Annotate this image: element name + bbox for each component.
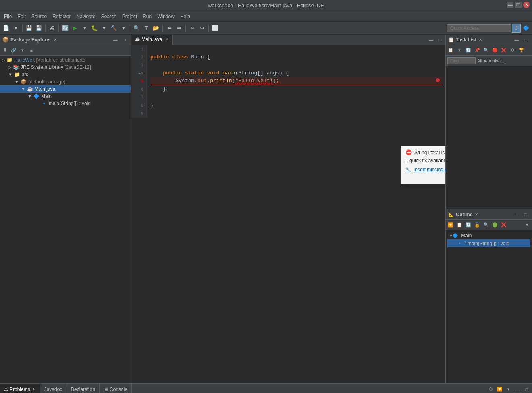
perspective-java-button[interactable]: J: [512, 24, 521, 33]
bottom-minimize[interactable]: —: [513, 385, 522, 393]
out-btn-4[interactable]: 🔒: [473, 221, 481, 229]
tree-item-main-java[interactable]: ▼ ☕ Main.java: [0, 85, 131, 93]
tl-btn-5[interactable]: 🔍: [482, 46, 490, 54]
tl-activate-button[interactable]: Activat...: [488, 58, 505, 63]
tasklist-minimize[interactable]: —: [513, 36, 521, 44]
line-num-3: 3: [134, 61, 143, 69]
out-btn-6[interactable]: 🟢: [491, 221, 499, 229]
editor-panel: ☕ Main.java ✕ — □ 1 2 3 4⊙ 5 6 7: [131, 35, 445, 383]
tl-btn-7[interactable]: ❌: [500, 46, 508, 54]
quick-access-input[interactable]: [447, 24, 511, 32]
bottom-maximize[interactable]: □: [522, 385, 530, 393]
tl-all-button[interactable]: All: [477, 58, 482, 63]
editor-tab-close[interactable]: ✕: [165, 37, 168, 41]
next-edit-button[interactable]: ➡: [175, 24, 183, 33]
menu-run[interactable]: Run: [140, 13, 154, 20]
code-editor[interactable]: 1 2 3 4⊙ 5 6 7 8 9 public class: [131, 45, 445, 383]
minimize-button[interactable]: —: [507, 2, 513, 8]
build-button[interactable]: 🔨: [109, 24, 118, 33]
open-resource-button[interactable]: 📂: [152, 24, 160, 33]
tl-btn-8[interactable]: ⚙: [509, 46, 517, 54]
tab-console[interactable]: 🖥 Console: [100, 384, 132, 393]
outline-item-main-method[interactable]: 🔹 s main(String[]) : void: [447, 239, 530, 247]
menu-file[interactable]: File: [2, 13, 14, 20]
run-dropdown[interactable]: ▾: [80, 24, 89, 33]
restore-button[interactable]: ❐: [515, 2, 522, 8]
code-line-8: }: [150, 101, 442, 110]
tl-btn-1[interactable]: 📋: [447, 46, 455, 54]
quickfix-popup: ⛔ String literal is not properly closed …: [401, 146, 445, 184]
panel-minimize-button[interactable]: —: [111, 36, 119, 44]
code-content-area[interactable]: public class Main { public static void m…: [147, 45, 445, 118]
tab-declaration[interactable]: Declaration: [66, 384, 100, 393]
collapse-all-button[interactable]: ⬇: [1, 46, 9, 54]
new-dropdown[interactable]: ▾: [11, 24, 20, 33]
tasklist-maximize[interactable]: □: [522, 36, 530, 44]
tl-btn-9[interactable]: 🏆: [517, 46, 526, 54]
open-type-button[interactable]: T: [142, 24, 151, 33]
build-dropdown[interactable]: ▾: [119, 24, 128, 33]
maximize-button[interactable]: ⬜: [211, 24, 220, 33]
tl-btn-6[interactable]: 🔴: [491, 46, 499, 54]
editor-maximize-button[interactable]: □: [436, 36, 444, 44]
tab-problems[interactable]: ⚠ Problems ✕: [0, 384, 40, 393]
editor-tab-main-java[interactable]: ☕ Main.java ✕: [131, 35, 173, 45]
tl-btn-3[interactable]: 🔃: [464, 46, 472, 54]
redo-button[interactable]: ↪: [197, 24, 206, 33]
menu-edit[interactable]: Edit: [15, 13, 28, 20]
menu-window[interactable]: Window: [155, 13, 177, 20]
tree-item-hallowelt[interactable]: ▷ 📁 HalloWelt [Verfahren strukturierte: [0, 56, 131, 64]
tasklist-find-input[interactable]: [447, 57, 476, 64]
refresh-button[interactable]: 🔄: [61, 24, 70, 33]
tree-item-main-method[interactable]: 🔹 main(String[]) : void: [0, 100, 131, 107]
tree-item-src[interactable]: ▼ 📁 src: [0, 71, 131, 78]
outline-minimize[interactable]: —: [513, 211, 521, 219]
undo-button[interactable]: ↩: [188, 24, 197, 33]
editor-minimize-button[interactable]: —: [427, 36, 435, 44]
out-btn-2[interactable]: 📋: [455, 221, 463, 229]
debug-dropdown[interactable]: ▾: [100, 24, 108, 33]
quickfix-title-row: ⛔ String literal is not properly closed …: [405, 149, 445, 155]
kw-void: void: [207, 69, 222, 77]
close-button[interactable]: ✕: [523, 2, 530, 8]
out-btn-1[interactable]: 🔽: [447, 221, 455, 229]
outline-item-main[interactable]: ▼ 🔷 Main: [447, 232, 530, 239]
outline-maximize[interactable]: □: [522, 211, 530, 219]
prev-edit-button[interactable]: ⬅: [165, 24, 174, 33]
print-button[interactable]: 🖨: [48, 24, 56, 33]
out-btn-5[interactable]: 🔍: [482, 221, 490, 229]
tree-item-main-class[interactable]: ▼ 🔷 Main: [0, 93, 131, 100]
main-java-label: Main.java: [35, 86, 55, 92]
tree-item-default-package[interactable]: ▼ 📦 (default package): [0, 78, 131, 85]
pe-menu2[interactable]: ≡: [27, 46, 35, 54]
bottom-btn-1[interactable]: ⚙: [487, 385, 495, 393]
menu-navigate[interactable]: Navigate: [74, 13, 98, 20]
view-menu-button[interactable]: ▾: [19, 46, 27, 54]
line-num-2: 2: [134, 53, 143, 61]
save-button[interactable]: 💾: [25, 24, 33, 33]
link-editor-button[interactable]: 🔗: [10, 46, 18, 54]
search-button[interactable]: 🔍: [132, 24, 141, 33]
bottom-btn-2[interactable]: 🔽: [496, 385, 504, 393]
menu-source[interactable]: Source: [29, 13, 49, 20]
tl-btn-2[interactable]: ▾: [455, 46, 463, 54]
tab-javadoc[interactable]: Javadoc: [40, 384, 67, 393]
bottom-btn-3[interactable]: ▾: [505, 385, 513, 393]
tree-item-jre[interactable]: ▷ 📚 JRE System Library [JavaSE-12]: [0, 64, 131, 71]
menu-project[interactable]: Project: [120, 13, 139, 20]
new-button[interactable]: 📄: [2, 24, 10, 33]
menu-help[interactable]: Help: [178, 13, 193, 20]
out-collapse[interactable]: ▾: [523, 221, 531, 229]
out-btn-3[interactable]: 🔃: [464, 221, 472, 229]
quickfix-fix-item[interactable]: 🔧 Insert missing quote: [405, 167, 445, 172]
quickfix-fix-label[interactable]: Insert missing quote: [414, 167, 445, 172]
panel-maximize-button[interactable]: □: [120, 36, 128, 44]
debug-button[interactable]: 🐛: [90, 24, 99, 33]
menu-refactor[interactable]: Refactor: [50, 13, 73, 20]
run-button[interactable]: ▶: [71, 24, 79, 33]
save-all-button[interactable]: 💾: [34, 24, 43, 33]
tl-btn-4[interactable]: 📌: [473, 46, 481, 54]
perspective-extra[interactable]: 🔷: [522, 24, 530, 33]
out-btn-7[interactable]: ❌: [500, 221, 508, 229]
menu-search[interactable]: Search: [99, 13, 119, 20]
